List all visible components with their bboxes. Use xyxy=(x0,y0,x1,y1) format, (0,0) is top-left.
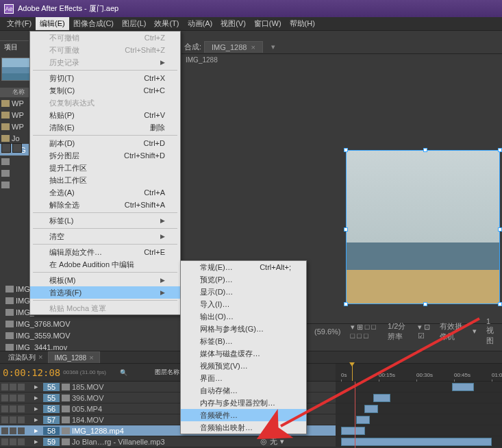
menu-item[interactable]: 内存与多处理器控制… xyxy=(181,397,306,409)
time-tick: 00:45s xyxy=(454,372,470,378)
project-item[interactable]: WP xyxy=(0,109,29,121)
project-item[interactable]: WP xyxy=(0,97,29,109)
menu-item[interactable]: 抽出工作区 xyxy=(30,174,180,186)
project-tools xyxy=(1,143,22,153)
menu-item[interactable]: 清除(E)删除 xyxy=(30,121,180,134)
menu-item[interactable]: 首选项(F)▶ xyxy=(30,286,180,299)
menu-item[interactable]: 网格与参考线(G)… xyxy=(181,323,306,335)
menu-item[interactable]: 标签(L)▶ xyxy=(30,214,180,227)
time-tick: 01:00s xyxy=(492,372,502,378)
menu-item[interactable]: 导入(I)… xyxy=(181,298,306,310)
marker-line xyxy=(355,382,355,448)
close-icon[interactable]: × xyxy=(251,43,255,51)
edit-menu[interactable]: 不可撤销Ctrl+Z不可重做Ctrl+Shift+Z历史记录▶剪切(T)Ctrl… xyxy=(29,31,181,315)
preferences-submenu[interactable]: 常规(E)…Ctrl+Alt+;预览(P)…显示(D)…导入(I)…输出(O)…… xyxy=(180,260,307,434)
project-item[interactable]: WP xyxy=(0,121,29,132)
project-panel: 项目 名称 WPWPWPJoIMG xyxy=(0,40,29,190)
project-item[interactable]: Jo xyxy=(0,132,29,144)
project-tab[interactable]: 项目 xyxy=(0,40,29,53)
menu-5[interactable]: 动画(A) xyxy=(184,17,217,30)
menu-item[interactable]: 拆分图层Ctrl+Shift+D xyxy=(30,149,180,162)
menu-6[interactable]: 视图(V) xyxy=(216,17,250,30)
menu-3[interactable]: 图层(L) xyxy=(118,17,150,30)
menu-1[interactable]: 编辑(E) xyxy=(36,17,69,30)
timeline-tab[interactable]: 渲染队列× xyxy=(3,351,48,363)
playhead[interactable] xyxy=(352,364,353,381)
comp-tab[interactable]: IMG_1288× xyxy=(204,41,263,53)
menu-7[interactable]: 窗口(W) xyxy=(250,17,286,30)
menu-item[interactable]: 界面… xyxy=(181,372,306,384)
project-thumbnail xyxy=(1,58,30,81)
menu-item[interactable]: 音频输出映射… xyxy=(181,421,306,434)
menu-item: 不可撤销Ctrl+Z xyxy=(30,32,180,44)
menu-item[interactable]: 预览(P)… xyxy=(181,273,306,286)
menu-item[interactable]: 模板(M)▶ xyxy=(30,274,180,286)
menu-item: 不可重做Ctrl+Shift+Z xyxy=(30,44,180,56)
title-bar: Ae Adobe After Effects - 厦门.aep xyxy=(0,0,502,17)
menu-item[interactable]: 编辑原始文件…Ctrl+E xyxy=(30,246,180,258)
layer-name-header: 图层名称 xyxy=(155,368,179,377)
menu-item[interactable]: 视频预览(V)… xyxy=(181,360,306,372)
menu-item[interactable]: 提升工作区 xyxy=(30,162,180,174)
window-title: Adobe After Effects - 厦门.aep xyxy=(18,3,118,14)
menu-0[interactable]: 文件(F) xyxy=(3,17,36,30)
resolution-dropdown[interactable]: 1/2分辨率 xyxy=(385,321,410,343)
tool-icon[interactable] xyxy=(12,143,22,153)
menu-4[interactable]: 效果(T) xyxy=(150,17,183,30)
menu-item[interactable]: 音频硬件… xyxy=(181,409,306,421)
project-item[interactable]: IMG_3559.MOV xyxy=(4,329,93,341)
menu-item: 历史记录▶ xyxy=(30,56,180,69)
menu-item: 仅复制表达式 xyxy=(30,97,180,109)
search-icon[interactable]: 🔍 xyxy=(120,369,127,376)
timeline-layer[interactable]: ▸59Jo Blan…rg - Villanelle.mp3 ◎无▾ xyxy=(0,436,502,447)
menu-item[interactable]: 副本(D)Ctrl+D xyxy=(30,137,180,149)
project-item[interactable] xyxy=(0,167,29,179)
time-tick: 00:15s xyxy=(379,372,395,378)
frame-count: 00368 (31.00 fps) xyxy=(63,369,106,375)
menu-item[interactable]: 常规(E)…Ctrl+Alt+; xyxy=(181,261,306,273)
view-dropdown[interactable]: 1 视图 xyxy=(484,316,502,347)
menu-2[interactable]: 图像合成(C) xyxy=(69,17,118,30)
timecode[interactable]: 0:00:12:08 xyxy=(3,367,60,378)
project-item[interactable]: IMG_3768.MOV xyxy=(4,318,93,329)
menu-bar[interactable]: 文件(F)编辑(E)图像合成(C)图层(L)效果(T)动画(A)视图(V)窗口(… xyxy=(0,17,502,31)
camera-dropdown[interactable]: 有效摄像机 xyxy=(437,321,466,343)
menu-item: 粘贴 Mocha 遮罩 xyxy=(30,302,180,314)
menu-item[interactable]: 解除全选Ctrl+Shift+A xyxy=(30,199,180,211)
time-ruler[interactable]: 0s00:15s00:30s00:45s01:00s xyxy=(336,364,502,381)
video-frame[interactable] xyxy=(346,150,500,304)
menu-item[interactable]: 清空▶ xyxy=(30,230,180,242)
menu-item[interactable]: 显示(D)… xyxy=(181,286,306,298)
menu-item[interactable]: 全选(A)Ctrl+A xyxy=(30,186,180,199)
comp-breadcrumb: IMG_1288 xyxy=(181,54,502,66)
timeline-tab[interactable]: IMG_1288× xyxy=(48,351,99,363)
app-icon: Ae xyxy=(4,4,14,14)
menu-item[interactable]: 复制(C)Ctrl+C xyxy=(30,84,180,97)
menu-item[interactable]: 在 Adobe Audition 中编辑 xyxy=(30,258,180,271)
menu-item[interactable]: 剪切(T)Ctrl+X xyxy=(30,72,180,84)
time-tick: 0s xyxy=(341,372,347,378)
tool-icon[interactable] xyxy=(1,143,11,153)
menu-item[interactable]: 粘贴(P)Ctrl+V xyxy=(30,109,180,121)
menu-item[interactable]: 标签(B)… xyxy=(181,335,306,347)
zoom-level[interactable]: (59.6%) xyxy=(312,327,344,336)
time-tick: 00:30s xyxy=(416,372,433,378)
project-item[interactable] xyxy=(0,179,29,190)
project-item[interactable] xyxy=(0,155,29,167)
comp-tab-prefix: 合成: xyxy=(184,42,201,52)
menu-item[interactable]: 媒体与磁盘缓存… xyxy=(181,347,306,360)
menu-item[interactable]: 输出(O)… xyxy=(181,310,306,323)
menu-item[interactable]: 自动存储… xyxy=(181,384,306,397)
project-header: 名称 xyxy=(0,88,29,97)
menu-8[interactable]: 帮助(H) xyxy=(286,17,319,30)
